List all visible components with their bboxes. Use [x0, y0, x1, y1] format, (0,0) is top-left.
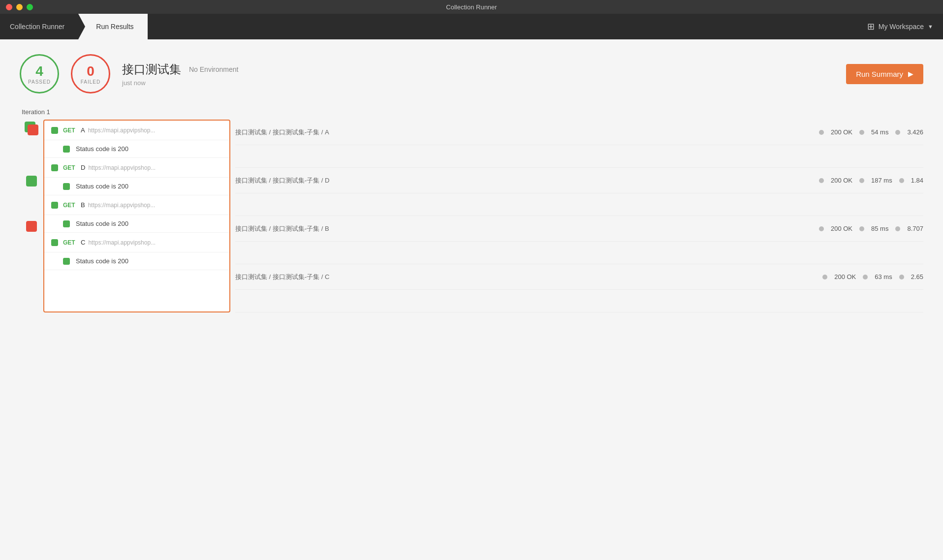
time-text-c: 63 ms: [875, 273, 892, 280]
test-result-row-a: [235, 145, 923, 168]
iteration-label: Iteration 1: [20, 108, 923, 116]
time-dot-b: [859, 226, 864, 231]
status-text-a: 200 OK: [831, 128, 852, 136]
summary-header: 4 PASSED 0 FAILED 接口测试集 No Environment j…: [20, 54, 923, 93]
run-summary-button[interactable]: Run Summary ▶: [846, 64, 923, 84]
time-dot-a: [859, 130, 864, 135]
result-stats-b: 200 OK 85 ms 8.707: [819, 225, 923, 232]
size-text-c: 2.65: [911, 273, 923, 280]
passed-count: 4: [35, 63, 43, 79]
close-button[interactable]: [6, 4, 12, 10]
request-row-d[interactable]: GET D https://mapi.appvipshop...: [44, 158, 229, 178]
req-url-c: https://mapi.appvipshop...: [88, 239, 156, 246]
result-row-d: 接口测试集 / 接口测试集-子集 / D 200 OK 187 ms 1.84: [235, 168, 923, 193]
time-text-d: 187 ms: [871, 177, 892, 184]
collection-info: 接口测试集 No Environment just now: [122, 62, 834, 87]
size-dot-b: [895, 226, 900, 231]
collection-name: 接口测试集: [122, 62, 181, 77]
workspace-icon: ⊞: [867, 21, 875, 32]
result-stats-c: 200 OK 63 ms 2.65: [822, 273, 923, 280]
req-indicator-a: [51, 127, 58, 134]
test-name-b-1: Status code is 200: [76, 220, 128, 227]
test-indicator-b-1: [63, 220, 70, 227]
collection-time: just now: [122, 79, 834, 87]
test-name-c-1: Status code is 200: [76, 257, 128, 265]
left-sidebar: [20, 120, 41, 312]
test-indicator-a-1: [63, 146, 70, 153]
failed-label: FAILED: [81, 79, 100, 85]
req-method-b: GET: [63, 202, 77, 209]
time-text-b: 85 ms: [871, 225, 888, 232]
passed-label: PASSED: [28, 79, 51, 85]
nav-right: ⊞ My Workspace ▼: [867, 21, 943, 32]
minimize-button[interactable]: [16, 4, 23, 10]
status-text-b: 200 OK: [831, 225, 852, 232]
result-stats-a: 200 OK 54 ms 3.426: [819, 128, 923, 136]
status-dot-a: [819, 130, 824, 135]
collection-title: 接口测试集 No Environment: [122, 62, 834, 77]
result-row-c: 接口测试集 / 接口测试集-子集 / C 200 OK 63 ms 2.65: [235, 264, 923, 290]
title-bar: Collection Runner: [0, 0, 943, 14]
workspace-dropdown-icon[interactable]: ▼: [928, 24, 933, 30]
nav-item-run-results[interactable]: Run Results: [78, 14, 147, 39]
results-layout: GET A https://mapi.appvipshop... Status …: [20, 120, 923, 312]
req-indicator-c: [51, 239, 58, 246]
traffic-lights: [6, 4, 33, 10]
req-method-c: GET: [63, 239, 77, 246]
req-indicator-d: [51, 164, 58, 171]
results-box: GET A https://mapi.appvipshop... Status …: [43, 120, 230, 312]
req-url-a: https://mapi.appvipshop...: [88, 127, 156, 134]
sidebar-icon-2: [26, 176, 37, 187]
nav-left: Collection Runner Run Results: [0, 14, 148, 39]
req-method-a: GET: [63, 127, 77, 134]
req-url-d: https://mapi.appvipshop...: [88, 164, 156, 171]
request-row-b[interactable]: GET B https://mapi.appvipshop...: [44, 195, 229, 215]
size-dot-d: [899, 178, 904, 183]
req-indicator-b: [51, 202, 58, 209]
run-summary-label: Run Summary: [856, 70, 903, 78]
window-title: Collection Runner: [446, 3, 497, 11]
test-name-d-1: Status code is 200: [76, 183, 128, 190]
size-text-d: 1.84: [911, 177, 923, 184]
nav-item-collection-runner[interactable]: Collection Runner: [0, 14, 78, 39]
time-dot-c: [863, 275, 868, 280]
test-row-b-1[interactable]: Status code is 200: [44, 215, 229, 233]
test-row-a-1[interactable]: Status code is 200: [44, 140, 229, 158]
request-row-c[interactable]: GET C https://mapi.appvipshop...: [44, 233, 229, 252]
result-row-a: 接口测试集 / 接口测试集-子集 / A 200 OK 54 ms 3.426: [235, 120, 923, 145]
failed-badge: 0 FAILED: [71, 54, 110, 93]
size-text-a: 3.426: [907, 128, 923, 136]
test-result-row-d: [235, 193, 923, 216]
sidebar-icon-group-1: [25, 122, 38, 137]
time-dot-d: [859, 178, 864, 183]
environment-label: No Environment: [189, 65, 238, 73]
sidebar-icon-3: [26, 221, 37, 232]
result-stats-d: 200 OK 187 ms 1.84: [819, 177, 923, 184]
result-row-b: 接口测试集 / 接口测试集-子集 / B 200 OK 85 ms 8.707: [235, 216, 923, 242]
test-name-a-1: Status code is 200: [76, 145, 128, 153]
size-text-b: 8.707: [907, 225, 923, 232]
result-path-a: 接口测试集 / 接口测试集-子集 / A: [235, 128, 819, 137]
status-dot-d: [819, 178, 824, 183]
req-name-b: B: [81, 201, 85, 209]
status-text-c: 200 OK: [834, 273, 856, 280]
status-dot-c: [822, 275, 827, 280]
time-text-a: 54 ms: [871, 128, 888, 136]
status-text-d: 200 OK: [831, 177, 852, 184]
req-name-d: D: [81, 164, 85, 171]
nav-bar: Collection Runner Run Results ⊞ My Works…: [0, 14, 943, 39]
test-result-row-b: [235, 242, 923, 264]
maximize-button[interactable]: [27, 4, 33, 10]
passed-badge: 4 PASSED: [20, 54, 59, 93]
run-summary-arrow-icon: ▶: [908, 70, 913, 78]
test-row-c-1[interactable]: Status code is 200: [44, 252, 229, 270]
request-row-a[interactable]: GET A https://mapi.appvipshop...: [44, 121, 229, 140]
test-row-d-1[interactable]: Status code is 200: [44, 178, 229, 195]
sidebar-icon-front-1: [28, 124, 38, 135]
size-dot-a: [895, 130, 900, 135]
test-indicator-c-1: [63, 258, 70, 265]
status-dot-b: [819, 226, 824, 231]
test-result-row-c: [235, 290, 923, 312]
size-dot-c: [899, 275, 904, 280]
results-right: 接口测试集 / 接口测试集-子集 / A 200 OK 54 ms 3.426 …: [230, 120, 923, 312]
